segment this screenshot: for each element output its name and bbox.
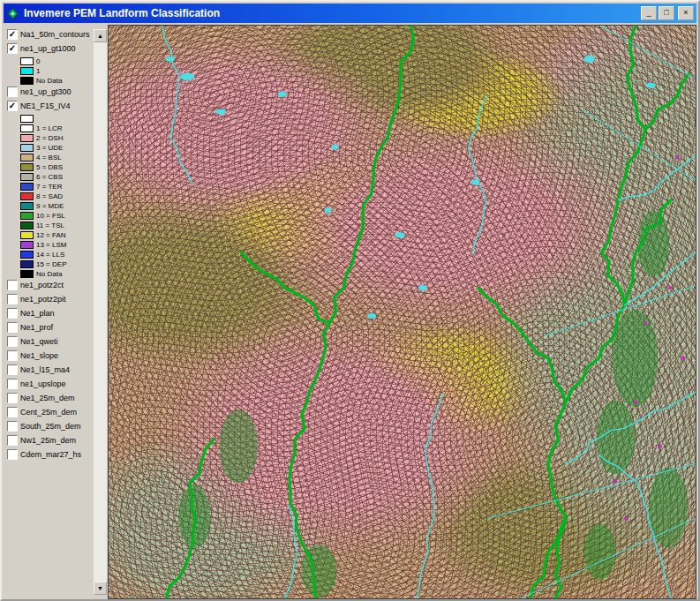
layer-list: ✓Na1_50m_contours✓ne1_up_gt100001No Data… (7, 29, 93, 463)
legend-swatch (20, 115, 34, 123)
legend-label: 2 = DSH (36, 134, 63, 142)
legend-item: 8 = SAD (20, 192, 93, 200)
close-button[interactable]: × (678, 6, 694, 20)
layer-item-Cdem_mar27_hs[interactable]: Cdem_mar27_hs (7, 449, 93, 460)
legend-item: 9 = MDE (20, 202, 93, 210)
scroll-down-button[interactable]: ▼ (94, 582, 107, 595)
layer-checkbox[interactable] (7, 280, 18, 290)
layer-label: Nw1_25m_dem (20, 436, 76, 445)
legend-label: 10 = FSL (36, 212, 65, 220)
hydrology-layer (109, 26, 696, 598)
layer-label: Ne1_25m_dem (20, 394, 75, 402)
legend-swatch (20, 270, 34, 278)
layer-checkbox[interactable] (7, 364, 18, 375)
layer-item-Ne1_qweti[interactable]: Ne1_qweti (7, 336, 93, 347)
layer-checkbox[interactable] (7, 449, 18, 460)
legend-label: 14 = LLS (36, 251, 64, 259)
layer-item-NE1_F15_IV4[interactable]: ✓NE1_F15_IV4 (7, 101, 93, 111)
layer-item-ne1_upslope[interactable]: ne1_upslope (7, 379, 93, 389)
layer-item-South_25m_dem[interactable]: South_25m_dem (7, 421, 93, 432)
layer-item-Nw1_25m_dem[interactable]: Nw1_25m_dem (7, 435, 93, 446)
layer-checkbox[interactable]: ✓ (7, 101, 18, 111)
legend-swatch (20, 241, 34, 249)
layer-checkbox[interactable] (7, 350, 18, 361)
layer-item-Ne1_25m_dem[interactable]: Ne1_25m_dem (7, 393, 93, 403)
legend-item: 1 = LCR (20, 124, 93, 132)
layer-checkbox[interactable] (7, 407, 18, 417)
layer-checkbox[interactable] (7, 294, 18, 304)
layer-label: NE1_F15_IV4 (20, 101, 71, 110)
layer-item-ne1_potz2ct[interactable]: ne1_potz2ct (7, 280, 93, 290)
legend-item: 2 = DSH (20, 134, 93, 142)
legend-label: No Data (36, 270, 62, 278)
layer-item-Cent_25m_dem[interactable]: Cent_25m_dem (7, 407, 93, 417)
legend-label: 5 = DBS (36, 163, 63, 171)
legend-label: 15 = DEP (36, 260, 66, 268)
legend-item: No Data (20, 270, 93, 278)
layer-checkbox[interactable] (7, 336, 18, 347)
layer-label: ne1_potz2pit (20, 295, 66, 304)
layer-item-ne1_up_gt300[interactable]: ne1_up_gt300 (7, 86, 93, 97)
layer-label: ne1_up_gt300 (20, 87, 72, 96)
app-icon[interactable] (6, 7, 19, 20)
legend-swatch (20, 124, 34, 132)
main-content: ✓Na1_50m_contours✓ne1_up_gt100001No Data… (4, 25, 696, 599)
toc-scrollbar[interactable]: ▲ ▼ (94, 29, 107, 595)
layer-item-Ne1_l15_ma4[interactable]: Ne1_l15_ma4 (7, 364, 93, 375)
layer-checkbox[interactable] (7, 435, 18, 446)
layer-checkbox[interactable] (7, 421, 18, 432)
legend-item: No Data (20, 77, 93, 85)
layer-item-Ne1_prof[interactable]: Ne1_prof (7, 322, 93, 333)
scroll-up-button[interactable]: ▲ (94, 29, 107, 42)
layer-checkbox[interactable]: ✓ (7, 43, 18, 54)
layer-label: Ne1_l15_ma4 (20, 365, 70, 374)
legend-label: 8 = SAD (36, 192, 63, 200)
legend-swatch (20, 260, 34, 268)
layer-item-ne1_potz2pit[interactable]: ne1_potz2pit (7, 294, 93, 304)
layer-item-Na1_50m_contours[interactable]: ✓Na1_50m_contours (7, 29, 93, 40)
layer-checkbox[interactable] (7, 393, 18, 403)
layer-label: Ne1_prof (20, 323, 53, 332)
layer-checkbox[interactable] (7, 86, 18, 97)
legend-item: 14 = LLS (20, 251, 93, 259)
legend-swatch (20, 134, 34, 142)
legend-swatch (20, 222, 34, 229)
legend-swatch (20, 154, 34, 162)
layer-checkbox[interactable]: ✓ (7, 29, 18, 40)
layer-checkbox[interactable] (7, 322, 18, 333)
legend-label: 1 (36, 67, 40, 75)
layers-panel: ✓Na1_50m_contours✓ne1_up_gt100001No Data… (4, 25, 108, 599)
layer-label: Ne1_slope (20, 351, 58, 360)
layer-label: ne1_potz2ct (20, 281, 64, 289)
legend-label: 9 = MDE (36, 202, 64, 210)
layer-label: Na1_50m_contours (20, 30, 90, 39)
legend-label: 12 = FAN (36, 231, 66, 239)
layer-checkbox[interactable] (7, 308, 18, 319)
legend-swatch (20, 163, 34, 171)
maximize-button[interactable]: □ (659, 6, 674, 20)
minimize-button[interactable]: _ (641, 6, 657, 20)
legend-label: 13 = LSM (36, 241, 66, 249)
legend-item: 15 = DEP (20, 260, 93, 268)
layer-label: ne1_upslope (20, 379, 66, 388)
legend-label: 1 = LCR (36, 124, 63, 132)
layer-checkbox[interactable] (7, 379, 18, 389)
legend-swatch (20, 77, 34, 85)
legend-swatch (20, 231, 34, 239)
title-bar[interactable]: Invemere PEM Landform Classification _ □… (4, 4, 696, 23)
map-canvas[interactable] (108, 25, 696, 599)
legend-label: No Data (36, 77, 62, 85)
layer-item-ne1_up_gt1000[interactable]: ✓ne1_up_gt1000 (7, 43, 93, 54)
legend-item: 1 (20, 67, 93, 75)
scrollbar-track[interactable] (94, 42, 107, 582)
legend-swatch (20, 202, 34, 210)
legend-label: 0 (36, 57, 40, 65)
legend-item: 0 (20, 57, 93, 65)
layer-item-Ne1_slope[interactable]: Ne1_slope (7, 350, 93, 361)
legend-label: 4 = BSL (36, 154, 62, 162)
layer-label: Cdem_mar27_hs (20, 450, 81, 459)
legend-swatch (20, 183, 34, 191)
layer-item-Ne1_plan[interactable]: Ne1_plan (7, 308, 93, 319)
legend-swatch (20, 144, 34, 152)
app-window: Invemere PEM Landform Classification _ □… (0, 0, 700, 601)
